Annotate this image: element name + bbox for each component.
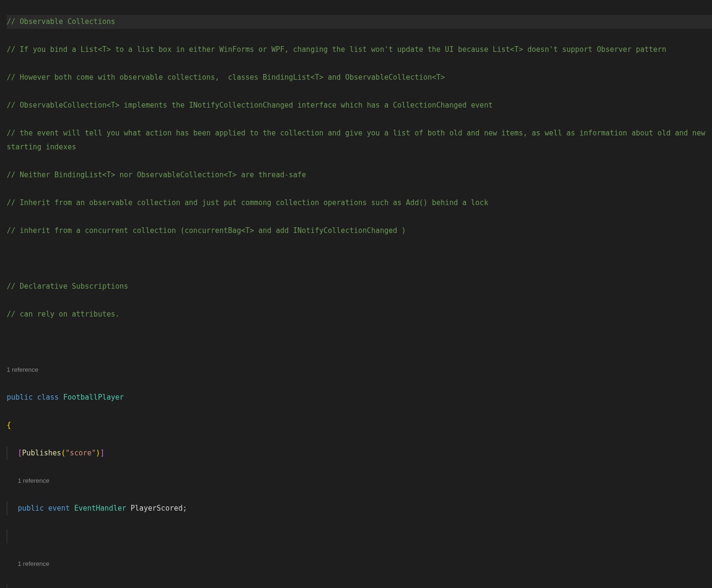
- code-line[interactable]: [Publishes("score")]: [7, 446, 712, 460]
- code-editor[interactable]: // Observable Collections // If you bind…: [0, 0, 712, 588]
- comment: // inherit from a concurrent collection …: [7, 226, 406, 235]
- code-line[interactable]: {: [7, 418, 712, 432]
- keyword-public: public: [7, 393, 33, 402]
- comment: // ObservableCollection<T> implements th…: [7, 98, 712, 112]
- code-line[interactable]: // Neither BindingList<T> nor Observable…: [7, 168, 712, 182]
- comment: // Neither BindingList<T> nor Observable…: [7, 171, 306, 179]
- codelens-reference[interactable]: 1 reference: [7, 557, 712, 571]
- string-literal: "score": [65, 449, 96, 457]
- comment: // Declarative Subscriptions: [7, 282, 128, 291]
- comment: // However both come with observable col…: [7, 73, 445, 82]
- comment: // If you bind a List<T> to a list box i…: [7, 43, 712, 57]
- code-line[interactable]: public class FootballPlayer: [7, 391, 712, 404]
- code-line[interactable]: // Inherit from an observable collection…: [7, 196, 712, 210]
- brace-open: {: [7, 421, 11, 429]
- code-line[interactable]: public event EventHandler PlayerScored;: [7, 502, 712, 515]
- attribute-method: Publishes: [22, 449, 61, 457]
- keyword-public: public: [18, 504, 44, 513]
- code-line[interactable]: // ObservableCollection<T> implements th…: [7, 98, 712, 112]
- code-line[interactable]: // Declarative Subscriptions: [7, 280, 712, 294]
- code-line[interactable]: public string Name { get; set; }: [7, 585, 712, 588]
- code-line[interactable]: // Observable Collections: [7, 15, 712, 29]
- code-line[interactable]: // the event will tell you what action h…: [7, 126, 712, 154]
- code-line[interactable]: [7, 252, 712, 266]
- keyword-class: class: [37, 393, 59, 402]
- code-line[interactable]: [7, 529, 712, 543]
- type-name: EventHandler: [74, 504, 126, 513]
- paren-open: (: [61, 449, 65, 457]
- code-line[interactable]: [7, 335, 712, 349]
- identifier: PlayerScored: [131, 504, 183, 513]
- comment: // Observable Collections: [7, 17, 115, 26]
- comment: // can rely on attributes.: [7, 310, 120, 318]
- semicolon: ;: [183, 504, 187, 513]
- comment: // Inherit from an observable collection…: [7, 196, 712, 210]
- bracket-open: [: [18, 449, 22, 457]
- code-line[interactable]: // However both come with observable col…: [7, 71, 712, 85]
- codelens-reference[interactable]: 1 reference: [7, 474, 712, 488]
- codelens-reference[interactable]: 1 reference: [7, 363, 712, 377]
- code-line[interactable]: // inherit from a concurrent collection …: [7, 224, 712, 238]
- paren-close: ): [96, 449, 100, 457]
- code-line[interactable]: // If you bind a List<T> to a list box i…: [7, 43, 712, 57]
- type-name: FootballPlayer: [63, 393, 123, 402]
- comment: // the event will tell you what action h…: [7, 126, 712, 154]
- bracket-close: ]: [100, 449, 105, 457]
- keyword-event: event: [48, 504, 70, 513]
- code-line[interactable]: // can rely on attributes.: [7, 307, 712, 321]
